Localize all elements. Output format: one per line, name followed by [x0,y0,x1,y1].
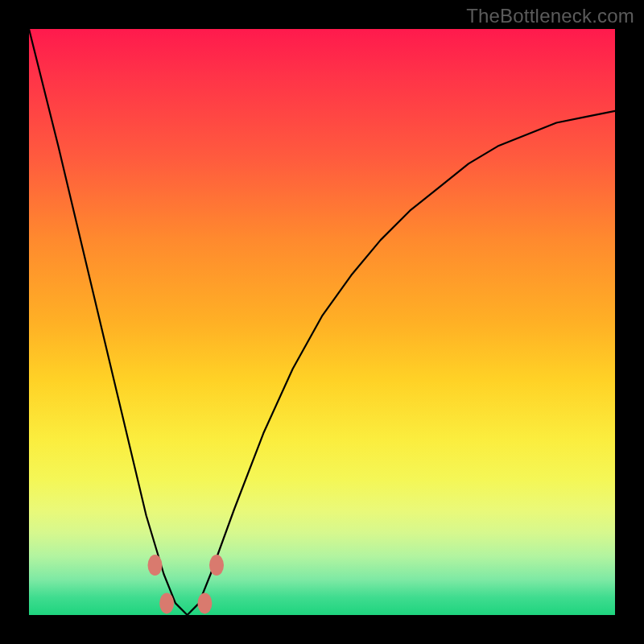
bottleneck-curve-svg [29,29,615,615]
curve-marker [148,555,163,576]
outer-frame: TheBottleneck.com [0,0,644,644]
curve-markers [148,555,225,613]
curve-marker [159,592,174,613]
curve-marker [209,555,224,576]
curve-marker [197,592,212,613]
plot-area [29,29,615,615]
watermark-text: TheBottleneck.com [466,5,634,27]
bottleneck-curve [29,29,615,615]
